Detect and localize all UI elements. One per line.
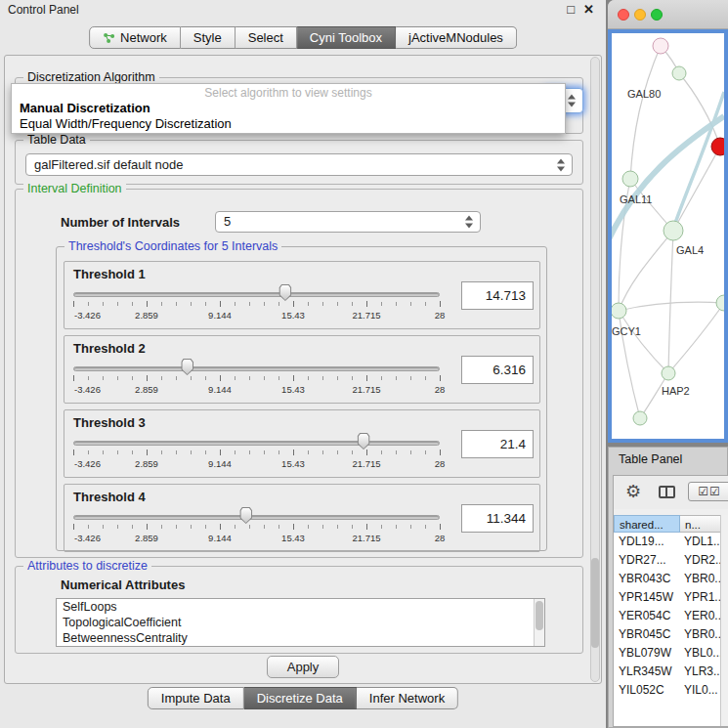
apply-button[interactable]: Apply [267, 656, 339, 678]
threshold-1-panel: Threshold 1 -3.4262.8599.14415.4321.7152… [64, 261, 540, 329]
network-node[interactable] [653, 38, 668, 54]
table-row[interactable]: YBR043CYBR0... [614, 570, 722, 588]
slider-thumb[interactable] [278, 284, 291, 301]
close-icon[interactable]: ✕ [583, 2, 594, 17]
table-row[interactable]: YDL19...YDL1... [614, 533, 722, 551]
node-label: GAL80 [627, 88, 661, 100]
group-title: Threshold's Coordinates for 5 Intervals [64, 239, 281, 253]
slider-thumb[interactable] [181, 359, 193, 375]
tab-cyni-toolbox[interactable]: Cyni Toolbox [297, 26, 396, 49]
number-of-intervals-label: Number of Intervals [61, 215, 180, 230]
list-item[interactable]: BetweennessCentrality [57, 630, 544, 646]
control-panel-titlebar: Control Panel □ ✕ [0, 0, 606, 20]
dropdown-placeholder-item[interactable]: Select algorithm to view settings [12, 86, 565, 100]
slider-scale: -3.4262.8599.14415.4321.71528 [73, 533, 441, 544]
network-node[interactable] [716, 295, 724, 311]
threshold-coordinates-group: Threshold's Coordinates for 5 Intervals … [56, 246, 547, 551]
list-item[interactable]: TopologicalCoefficient [57, 615, 544, 630]
group-title: Discretization Algorithm [23, 70, 159, 84]
slider-track[interactable] [73, 515, 440, 520]
slider-scale: -3.4262.8599.14415.4321.71528 [73, 458, 441, 470]
table-row[interactable]: YDR27...YDR2... [614, 551, 722, 570]
node-label: HAP2 [662, 385, 690, 397]
slider-ticks [73, 375, 441, 381]
threshold-3-value-field[interactable]: 21.4 [461, 430, 534, 458]
threshold-4-value-field[interactable]: 11.344 [461, 504, 534, 533]
threshold-2-panel: Threshold 2 -3.4262.8599.14415.4321.7152… [64, 335, 540, 404]
network-node-gcy1[interactable] [612, 303, 626, 319]
tab-select[interactable]: Select [236, 26, 297, 49]
column-header-name[interactable]: n... [680, 515, 722, 533]
threshold-4-slider[interactable]: -3.4262.8599.14415.4321.71528 [73, 506, 441, 549]
selected-network-node[interactable] [711, 138, 724, 155]
dropdown-option-equal-width[interactable]: Equal Width/Frequency Discretization [20, 116, 232, 131]
table-row[interactable]: YIL052CYIL0... [614, 681, 722, 700]
threshold-3-label: Threshold 3 [73, 415, 146, 430]
table-window: ⚙ ☑☑ shared... n... YDL19...YDL1... YDR2… [613, 475, 728, 727]
table-row[interactable]: YER054CYER0... [614, 607, 722, 625]
tab-style[interactable]: Style [181, 26, 236, 49]
minimize-traffic-icon[interactable] [634, 9, 646, 21]
network-icon [103, 32, 115, 44]
table-data-select[interactable]: galFiltered.sif default node [25, 153, 573, 176]
threshold-1-label: Threshold 1 [73, 267, 146, 281]
network-node-gal4[interactable] [664, 221, 683, 240]
scrollbar-thumb[interactable] [591, 558, 599, 648]
tab-infer-network[interactable]: Infer Network [357, 687, 458, 709]
column-header-shared-name[interactable]: shared... [614, 515, 680, 533]
numerical-attributes-list[interactable]: SelfLoops TopologicalCoefficient Between… [56, 598, 545, 647]
cyni-toolbox-panel: Discretization Algorithm Select algorith… [4, 55, 602, 684]
slider-track[interactable] [73, 441, 440, 446]
threshold-2-value-field[interactable]: 6.316 [461, 356, 534, 384]
node-label: GAL11 [620, 193, 652, 205]
network-graph: GAL80 GAL11 GAL4 GCY1 HAP2 [612, 33, 724, 443]
gear-icon[interactable]: ⚙ [625, 481, 641, 502]
tab-network[interactable]: Network [89, 26, 181, 49]
list-scrollbar[interactable] [534, 599, 544, 646]
table-panel-title: Table Panel [619, 452, 682, 466]
list-item[interactable]: SelfLoops [57, 599, 544, 615]
network-node-gal11[interactable] [622, 171, 638, 187]
table-scrollbar[interactable] [720, 515, 728, 726]
table-row[interactable]: YLR345WYLR3... [614, 663, 722, 681]
slider-scale: -3.4262.8599.14415.4321.71528 [73, 310, 441, 321]
network-canvas[interactable]: GAL80 GAL11 GAL4 GCY1 HAP2 [608, 29, 728, 443]
threshold-1-slider[interactable]: -3.4262.8599.14415.4321.71528 [73, 283, 441, 326]
network-node-hap2[interactable] [662, 366, 675, 380]
control-panel-scrollbar[interactable] [590, 57, 600, 682]
table-row[interactable]: YPR145WYPR1... [614, 588, 722, 607]
slider-thumb[interactable] [239, 507, 252, 524]
close-traffic-icon[interactable] [618, 9, 629, 21]
select-columns-button[interactable]: ☑☑ [688, 482, 728, 501]
panel-title: Control Panel [8, 3, 79, 17]
table-body: YDL19...YDL1... YDR27...YDR2... YBR043CY… [614, 533, 722, 726]
number-of-intervals-select[interactable]: 5 [215, 211, 481, 233]
columns-icon[interactable] [659, 486, 675, 498]
node-label: GCY1 [612, 325, 641, 337]
dropdown-option-manual[interactable]: Manual Discretization [20, 101, 150, 115]
node-labels: GAL80 GAL11 GAL4 GCY1 HAP2 [612, 88, 704, 397]
threshold-1-value-field[interactable]: 14.713 [461, 281, 534, 310]
tab-impute-data[interactable]: Impute Data [148, 687, 244, 709]
table-panel: Table Panel ⚙ ☑☑ shared... n... YDL19...… [608, 447, 728, 728]
network-node[interactable] [633, 411, 647, 425]
slider-thumb[interactable] [358, 433, 370, 450]
slider-track[interactable] [73, 292, 440, 297]
interval-definition-group: Interval Definition Number of Intervals … [15, 189, 583, 558]
table-row[interactable]: YBL079WYBL0... [614, 644, 722, 663]
table-row[interactable]: YBR045CYBR0... [614, 625, 722, 644]
network-node[interactable] [672, 66, 686, 80]
tab-jactivemnodules[interactable]: jActiveMNodules [396, 26, 517, 49]
threshold-3-slider[interactable]: -3.4262.8599.14415.4321.71528 [73, 432, 441, 475]
table-data-value: galFiltered.sif default node [34, 154, 552, 175]
stepper-icon [568, 94, 577, 108]
table-header-row: shared... n... [614, 515, 722, 533]
stepper-icon [465, 215, 474, 230]
threshold-2-label: Threshold 2 [73, 341, 146, 356]
float-window-icon[interactable]: □ [567, 2, 575, 17]
slider-track[interactable] [73, 366, 440, 371]
stepper-icon [557, 157, 566, 172]
tab-discretize-data[interactable]: Discretize Data [244, 687, 357, 709]
zoom-traffic-icon[interactable] [651, 9, 663, 21]
threshold-2-slider[interactable]: -3.4262.8599.14415.4321.71528 [73, 358, 441, 401]
